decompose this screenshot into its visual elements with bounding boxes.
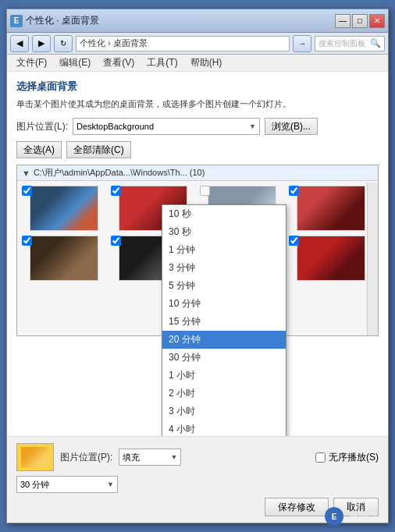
dropdown-arrow-icon: ▼ [249, 122, 256, 130]
duration-dropdown-overlay: 10 秒 30 秒 1 分钟 3 分钟 5 分钟 10 分钟 15 分钟 20 … [162, 204, 286, 436]
position-preview-image [21, 447, 49, 467]
menu-edit[interactable]: 编辑(E) [53, 55, 97, 71]
duration-option-10min[interactable]: 10 分钟 [162, 295, 286, 313]
thumb-checkbox-5[interactable] [22, 236, 32, 246]
thumb-checkbox-4[interactable] [289, 186, 299, 196]
thumb-item-1 [22, 186, 106, 231]
shuffle-checkbox[interactable] [315, 452, 326, 463]
duration-option-15min[interactable]: 15 分钟 [162, 313, 286, 331]
shuffle-row: 无序播放(S) [315, 451, 379, 464]
duration-option-3hr[interactable]: 3 小时 [162, 403, 286, 420]
position-label: 图片位置(P): [60, 451, 112, 464]
duration-option-30min[interactable]: 30 分钟 [162, 349, 286, 367]
shuffle-label: 无序播放(S) [329, 451, 379, 464]
watermark: E 系统之家 [325, 507, 389, 526]
thumb-checkbox-8[interactable] [289, 236, 299, 246]
duration-option-30sec[interactable]: 30 秒 [162, 223, 286, 241]
main-window: E 个性化 · 桌面背景 — □ ✕ ◀ ▶ ↻ 个性化 › 桌面背景 → 搜索… [6, 9, 389, 523]
menu-view[interactable]: 查看(V) [97, 55, 141, 71]
search-box[interactable]: 搜索控制面板 🔍 [315, 36, 385, 51]
window-title: 个性化 · 桌面背景 [26, 14, 99, 27]
location-dropdown[interactable]: DesktopBackground ▼ [73, 118, 260, 135]
browse-button[interactable]: 浏览(B)... [265, 118, 318, 135]
position-dropdown[interactable]: 填充 ▼ [119, 449, 181, 466]
thumb-checkbox-6[interactable] [111, 236, 121, 246]
position-dropdown-arrow-icon: ▼ [170, 453, 177, 461]
search-icon: 🔍 [370, 38, 381, 48]
location-row: 图片位置(L): DesktopBackground ▼ 浏览(B)... [16, 118, 379, 135]
thumb-item-5 [22, 236, 106, 281]
duration-option-1hr[interactable]: 1 小时 [162, 367, 286, 385]
expand-icon: ▼ [22, 168, 30, 178]
save-button[interactable]: 保存修改 [265, 498, 329, 516]
thumbnails-path: C:\用户\admin\AppData...\Windows\Th... (10… [34, 167, 205, 179]
location-value: DesktopBackground [77, 122, 154, 131]
title-bar-left: E 个性化 · 桌面背景 [10, 14, 99, 27]
thumb-item-4 [289, 186, 373, 231]
duration-option-3min[interactable]: 3 分钟 [162, 259, 286, 277]
position-value: 填充 [123, 452, 140, 463]
title-controls: — □ ✕ [335, 14, 385, 28]
menu-bar: 文件(F) 编辑(E) 查看(V) 工具(T) 帮助(H) [7, 55, 388, 72]
content-area: 选择桌面背景 单击某个图片使其成为您的桌面背景，或选择多个图片创建一个幻灯片。 … [7, 72, 388, 436]
position-preview [16, 443, 54, 471]
thumb-image-5[interactable] [30, 236, 98, 281]
watermark-logo: E [325, 507, 343, 526]
position-row: 图片位置(P): 填充 ▼ 无序播放(S) [16, 443, 379, 471]
vertical-scrollbar[interactable] [367, 183, 378, 335]
select-all-button[interactable]: 全选(A) [16, 141, 62, 158]
duration-row: 30 分钟 ▼ [16, 476, 379, 493]
duration-option-2hr[interactable]: 2 小时 [162, 385, 286, 403]
search-placeholder: 搜索控制面板 [318, 38, 365, 49]
location-label: 图片位置(L): [16, 120, 68, 133]
address-bar: ◀ ▶ ↻ 个性化 › 桌面背景 → 搜索控制面板 🔍 [7, 33, 388, 55]
go-button[interactable]: → [293, 35, 311, 52]
thumb-image-8[interactable] [297, 236, 365, 281]
back-button[interactable]: ◀ [10, 35, 29, 52]
action-buttons-row: 全选(A) 全部清除(C) [16, 141, 379, 158]
menu-tools[interactable]: 工具(T) [141, 55, 183, 71]
thumb-checkbox-3[interactable] [200, 186, 210, 196]
duration-list: 10 秒 30 秒 1 分钟 3 分钟 5 分钟 10 分钟 15 分钟 20 … [162, 205, 286, 436]
duration-dropdown-arrow-icon: ▼ [107, 481, 114, 488]
minimize-button[interactable]: — [335, 14, 351, 28]
thumbnails-header: ▼ C:\用户\admin\AppData...\Windows\Th... (… [17, 165, 378, 181]
thumb-checkbox-1[interactable] [22, 186, 32, 196]
duration-option-4hr[interactable]: 4 小时 [162, 420, 286, 436]
duration-current-value: 30 分钟 [20, 479, 49, 491]
thumb-image-4[interactable] [297, 186, 365, 231]
maximize-button[interactable]: □ [352, 14, 368, 28]
app-icon: E [10, 15, 23, 27]
address-path[interactable]: 个性化 › 桌面背景 [76, 36, 290, 51]
thumb-checkbox-2[interactable] [111, 186, 121, 196]
menu-help[interactable]: 帮助(H) [184, 55, 229, 71]
menu-file[interactable]: 文件(F) [10, 55, 53, 71]
title-bar: E 个性化 · 桌面背景 — □ ✕ [7, 9, 388, 33]
thumb-item-8 [289, 236, 373, 281]
thumb-image-1[interactable] [30, 186, 98, 231]
clear-all-button[interactable]: 全部清除(C) [66, 141, 131, 158]
duration-option-20min[interactable]: 20 分钟 [162, 331, 286, 349]
duration-option-1min[interactable]: 1 分钟 [162, 241, 286, 259]
page-subtitle: 单击某个图片使其成为您的桌面背景，或选择多个图片创建一个幻灯片。 [16, 98, 379, 110]
duration-option-5min[interactable]: 5 分钟 [162, 277, 286, 295]
close-button[interactable]: ✕ [369, 14, 385, 28]
page-title: 选择桌面背景 [16, 80, 379, 94]
duration-current-dropdown[interactable]: 30 分钟 ▼ [16, 476, 118, 493]
watermark-text: 系统之家 [348, 509, 389, 523]
refresh-button[interactable]: ↻ [54, 35, 73, 52]
forward-button[interactable]: ▶ [32, 35, 51, 52]
duration-option-10sec[interactable]: 10 秒 [162, 205, 286, 223]
